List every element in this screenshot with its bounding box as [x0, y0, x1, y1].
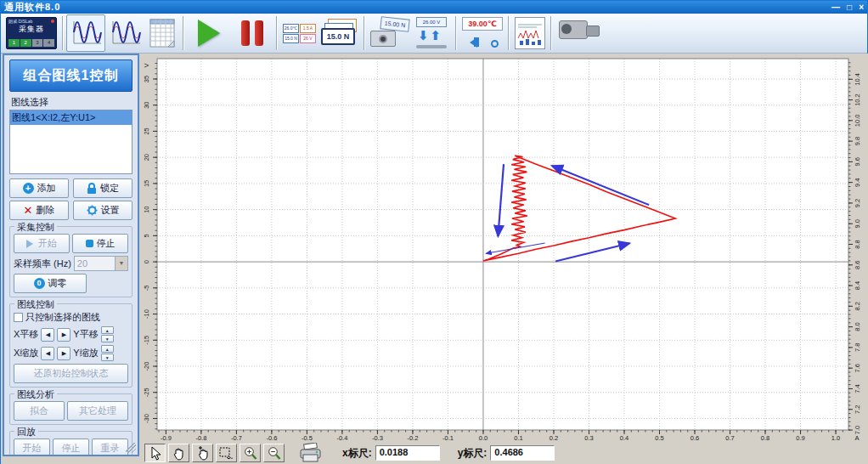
- data-table-icon: [147, 17, 178, 49]
- y-right-tick-label: 7.0: [854, 426, 861, 434]
- y-right-tick-label: 10.2: [854, 93, 861, 106]
- x-zoom-out-button[interactable]: ◀: [41, 347, 54, 360]
- hand-tool-button[interactable]: [168, 444, 189, 462]
- voice-alarm-button[interactable]: 39.00℃: [459, 14, 505, 52]
- combined-graph-button[interactable]: [66, 14, 105, 52]
- x-tick-label: 0.6: [690, 434, 699, 441]
- data-table-button[interactable]: [144, 14, 180, 52]
- y-left-tick-label: 15: [143, 180, 150, 187]
- lock-icon: [87, 183, 97, 194]
- y-left-tick-label: -15: [143, 336, 150, 345]
- line-select-item[interactable]: 图线1<X:I2,左Y:U1>: [10, 110, 132, 125]
- arrow-tool-button[interactable]: [144, 444, 166, 462]
- playback-start-button[interactable]: 开始: [14, 439, 50, 456]
- camcorder-icon: [557, 19, 600, 48]
- y-zoom-up-button[interactable]: ▲: [101, 345, 114, 353]
- zero-button[interactable]: 0 调零: [14, 274, 87, 293]
- acquire-start-button[interactable]: 开始: [14, 234, 70, 253]
- select-hand-tool-button[interactable]: [192, 444, 213, 462]
- y-pan-down-button[interactable]: ▼: [101, 335, 114, 342]
- app-window: 通用软件8.0 — □ × 朗威·DISLab 采集器 1 2 3 4: [0, 0, 868, 464]
- zero-icon: 0: [34, 278, 45, 289]
- meters-button[interactable]: 26.0℃ 1.5 A 15.0 N 26 V: [280, 14, 318, 52]
- resize-grip[interactable]: [126, 443, 136, 453]
- toolbar-separator: [508, 16, 510, 50]
- print-button[interactable]: [297, 443, 324, 463]
- toolbar-separator: [364, 16, 365, 50]
- toolbar-separator: [276, 16, 278, 50]
- app-title: 通用软件8.0: [4, 1, 60, 14]
- lock-line-button[interactable]: 锁定: [73, 178, 132, 198]
- line-select-listbox[interactable]: 图线1<X:I2,左Y:U1>: [9, 110, 132, 174]
- x-pan-left-button[interactable]: ◀: [41, 328, 54, 342]
- y-right-tick-label: 7.2: [854, 405, 861, 414]
- video-button[interactable]: [555, 14, 602, 52]
- panel-title: 组合图线1控制: [9, 59, 132, 92]
- play-icon: [26, 240, 37, 248]
- x-zoom-in-button[interactable]: ▶: [57, 347, 70, 360]
- y-right-tick-label: 7.8: [854, 343, 861, 352]
- y-left-tick-label: 25: [143, 127, 150, 134]
- y-left-tick-label: 10: [143, 206, 150, 212]
- y-left-tick-label: -5: [143, 285, 150, 291]
- rerecord-button[interactable]: 重录: [92, 439, 128, 456]
- stop-icon: [86, 240, 93, 247]
- y-left-tick-label: -20: [143, 362, 150, 371]
- pause-sampling-button[interactable]: [231, 14, 273, 52]
- big-meter-button[interactable]: 15.0 N: [318, 14, 361, 52]
- start-sampling-button[interactable]: [187, 14, 231, 52]
- playback-stop-button[interactable]: 停止: [53, 439, 89, 456]
- y-left-tick-label: -25: [143, 388, 150, 397]
- analysis-group: 图线分析 拟合 其它处理: [9, 393, 132, 425]
- printer-icon: [299, 443, 323, 463]
- line-settings-button[interactable]: 设置: [73, 201, 132, 220]
- y-right-tick-label: 9.8: [854, 137, 861, 145]
- delete-line-button[interactable]: ✕ 删除: [9, 201, 69, 220]
- delete-icon: ✕: [24, 204, 33, 217]
- other-process-button[interactable]: 其它处理: [67, 401, 128, 421]
- y-left-tick-label: 20: [143, 154, 150, 161]
- chart-svg[interactable]: -0.9-0.8-0.7-0.6-0.5-0.4-0.3-0.2-0.10.00…: [141, 54, 868, 441]
- x-pan-right-button[interactable]: ▶: [57, 328, 70, 342]
- close-button[interactable]: ×: [859, 2, 864, 13]
- acquire-stop-button[interactable]: 停止: [72, 234, 128, 253]
- marquee-zoom-tool-button[interactable]: [216, 444, 237, 462]
- hand-icon: [172, 446, 186, 461]
- graph-window-button[interactable]: [105, 14, 144, 52]
- x-tick-label: -0.1: [442, 434, 454, 441]
- minimize-button[interactable]: —: [831, 2, 840, 13]
- x-tick-label: 0.8: [761, 434, 769, 441]
- toolbar-separator: [550, 16, 552, 50]
- toolbar-separator: [183, 16, 184, 50]
- playback-group: 回放 开始 停止 重录 - +: [9, 431, 132, 456]
- reset-control-button[interactable]: 还原初始控制状态: [14, 364, 128, 383]
- sample-rate-select[interactable]: 20 ▼: [74, 256, 128, 271]
- chevron-down-icon[interactable]: ▼: [115, 257, 127, 270]
- y-right-tick-label: 10.0: [854, 115, 861, 127]
- x-ruler-value: 0.0188: [375, 445, 440, 461]
- fit-button[interactable]: 拟合: [14, 401, 65, 421]
- collector-button[interactable]: 朗威·DISLab 采集器 1 2 3 4: [3, 14, 59, 52]
- only-selected-checkbox[interactable]: [14, 313, 23, 322]
- snapshot-button[interactable]: 15.00 N: [368, 14, 412, 52]
- x-tick-label: -0.8: [195, 434, 206, 441]
- zoom-in-tool-button[interactable]: [240, 444, 261, 462]
- y-left-tick-label: -30: [143, 414, 150, 423]
- transfer-data-button[interactable]: 26.00 V ⬇⬆: [412, 14, 453, 52]
- zoom-out-tool-button[interactable]: [263, 444, 285, 462]
- combined-graph-canvas[interactable]: -0.9-0.8-0.7-0.6-0.5-0.4-0.3-0.2-0.10.00…: [141, 54, 868, 441]
- y-zoom-down-button[interactable]: ▼: [101, 354, 114, 361]
- y-pan-up-button[interactable]: ▲: [101, 326, 114, 334]
- transfer-data-icon: 26.00 V ⬇⬆: [414, 17, 450, 49]
- hand-plus-icon: [196, 446, 210, 461]
- x-tick-label: 0.0: [479, 434, 488, 441]
- collector-icon: 朗威·DISLab 采集器 1 2 3 4: [6, 17, 57, 49]
- report-button[interactable]: [512, 14, 548, 52]
- x-tick-label: 0.3: [584, 434, 593, 441]
- add-line-button[interactable]: + 添加: [9, 178, 69, 198]
- pause-icon: [241, 20, 263, 46]
- bottom-left-filler: [1, 458, 141, 464]
- status-toolbar: x标尺: 0.0188 y标尺: 0.4686: [141, 441, 868, 464]
- restore-button[interactable]: □: [847, 2, 852, 13]
- y-left-axis-unit: V: [143, 63, 150, 67]
